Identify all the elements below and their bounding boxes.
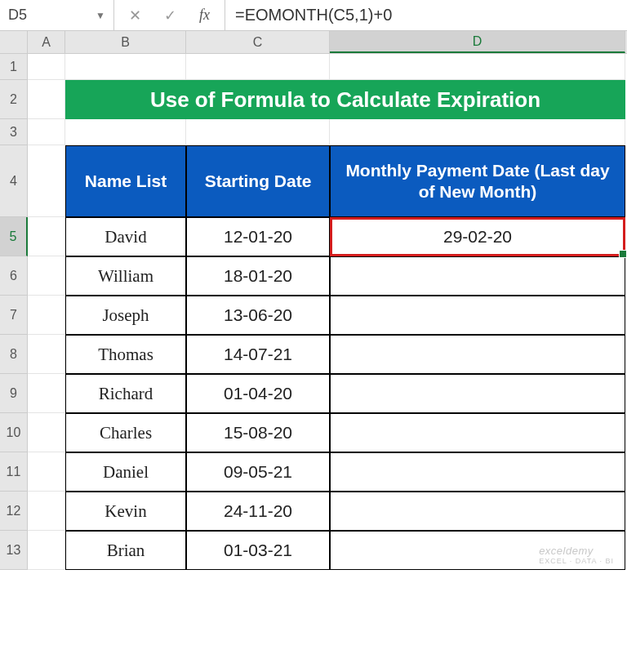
header-start[interactable]: Starting Date xyxy=(186,145,330,217)
cancel-icon[interactable]: ✕ xyxy=(129,7,141,24)
name-box-dropdown-icon[interactable]: ▼ xyxy=(96,10,105,21)
row-header-10[interactable]: 10 xyxy=(0,413,28,452)
cell-start[interactable]: 12-01-20 xyxy=(186,217,330,256)
cell-payment[interactable] xyxy=(330,452,625,492)
cell-payment[interactable] xyxy=(330,531,625,570)
formula-input[interactable]: =EOMONTH(C5,1)+0 xyxy=(225,0,627,30)
formula-text: =EOMONTH(C5,1)+0 xyxy=(235,6,392,24)
row-header-1[interactable]: 1 xyxy=(0,54,28,80)
cell[interactable] xyxy=(186,119,330,145)
cell-payment[interactable] xyxy=(330,413,625,452)
column-headers: A B C D xyxy=(28,31,627,54)
cell-name[interactable]: Charles xyxy=(65,413,186,452)
name-box-value: D5 xyxy=(8,7,27,24)
cell-payment[interactable] xyxy=(330,296,625,335)
header-name[interactable]: Name List xyxy=(65,145,186,217)
col-header-A[interactable]: A xyxy=(28,31,65,53)
cell-name[interactable]: Joseph xyxy=(65,296,186,335)
cell-payment[interactable] xyxy=(330,374,625,413)
col-header-D[interactable]: D xyxy=(330,31,625,53)
formula-bar-buttons: ✕ ✓ fx xyxy=(114,0,225,30)
cell-start[interactable]: 14-07-21 xyxy=(186,335,330,374)
formula-bar: D5 ▼ ✕ ✓ fx =EOMONTH(C5,1)+0 xyxy=(0,0,627,31)
cell[interactable] xyxy=(330,54,625,80)
row-header-2[interactable]: 2 xyxy=(0,80,28,119)
title-text: Use of Formula to Calculate Expiration xyxy=(150,87,540,113)
cell-name[interactable]: Kevin xyxy=(65,492,186,531)
cell[interactable] xyxy=(28,119,65,145)
cell[interactable] xyxy=(28,54,65,80)
cell-start[interactable]: 15-08-20 xyxy=(186,413,330,452)
cell[interactable] xyxy=(28,452,65,492)
confirm-icon[interactable]: ✓ xyxy=(164,7,176,24)
cell[interactable] xyxy=(65,54,186,80)
cell-start[interactable]: 09-05-21 xyxy=(186,452,330,492)
cell[interactable] xyxy=(28,80,65,119)
row-header-4[interactable]: 4 xyxy=(0,145,28,217)
cell[interactable] xyxy=(186,54,330,80)
worksheet: A B C D 1 2 3 4 5 6 7 8 9 10 11 12 13 Us… xyxy=(0,31,627,570)
cell-start[interactable]: 18-01-20 xyxy=(186,256,330,296)
fx-icon[interactable]: fx xyxy=(199,7,210,24)
title-banner[interactable]: Use of Formula to Calculate Expiration xyxy=(65,80,625,119)
cell-name[interactable]: Daniel xyxy=(65,452,186,492)
row-headers: 1 2 3 4 5 6 7 8 9 10 11 12 13 xyxy=(0,54,28,570)
cell-payment[interactable] xyxy=(330,492,625,531)
name-box[interactable]: D5 ▼ xyxy=(0,0,114,30)
cell-name[interactable]: Richard xyxy=(65,374,186,413)
row-header-6[interactable]: 6 xyxy=(0,256,28,296)
cell-start[interactable]: 13-06-20 xyxy=(186,296,330,335)
cell-start[interactable]: 01-03-21 xyxy=(186,531,330,570)
cell-name[interactable]: Brian xyxy=(65,531,186,570)
cell-start[interactable]: 24-11-20 xyxy=(186,492,330,531)
select-all-corner[interactable] xyxy=(0,31,28,54)
row-header-5[interactable]: 5 xyxy=(0,217,28,256)
cell[interactable] xyxy=(28,217,65,256)
cell[interactable] xyxy=(28,531,65,570)
cell-payment[interactable]: 29-02-20 xyxy=(330,217,625,256)
cell-name[interactable]: William xyxy=(65,256,186,296)
cell[interactable] xyxy=(28,335,65,374)
cells-area: Use of Formula to Calculate Expiration N… xyxy=(28,54,627,570)
row-header-13[interactable]: 13 xyxy=(0,531,28,570)
cell-start[interactable]: 01-04-20 xyxy=(186,374,330,413)
cell[interactable] xyxy=(330,119,625,145)
header-payment[interactable]: Monthly Payment Date (Last day of New Mo… xyxy=(330,145,625,217)
cell[interactable] xyxy=(65,119,186,145)
row-header-12[interactable]: 12 xyxy=(0,492,28,531)
cell[interactable] xyxy=(28,374,65,413)
row-header-8[interactable]: 8 xyxy=(0,335,28,374)
cell[interactable] xyxy=(28,413,65,452)
cell-name[interactable]: David xyxy=(65,217,186,256)
row-header-7[interactable]: 7 xyxy=(0,296,28,335)
cell[interactable] xyxy=(28,296,65,335)
row-header-9[interactable]: 9 xyxy=(0,374,28,413)
col-header-C[interactable]: C xyxy=(186,31,330,53)
cell[interactable] xyxy=(28,492,65,531)
cell xyxy=(28,256,65,296)
cell-payment[interactable] xyxy=(330,335,625,374)
cell[interactable] xyxy=(28,145,65,217)
row-header-3[interactable]: 3 xyxy=(0,119,28,145)
col-header-B[interactable]: B xyxy=(65,31,186,53)
cell-name[interactable]: Thomas xyxy=(65,335,186,374)
row-header-11[interactable]: 11 xyxy=(0,452,28,492)
cell-payment[interactable] xyxy=(330,256,625,296)
